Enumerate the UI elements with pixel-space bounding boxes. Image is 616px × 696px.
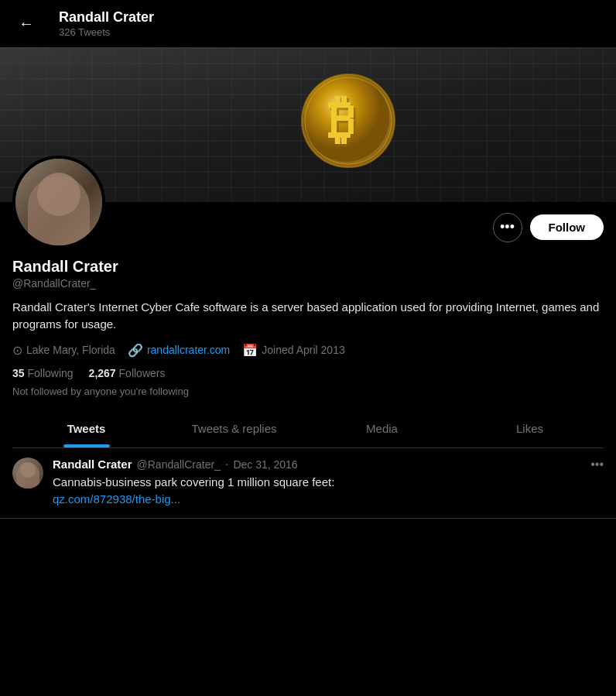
following-count: 35 bbox=[12, 367, 25, 379]
svg-text:₿: ₿ bbox=[328, 90, 354, 149]
joined-text: Joined April 2013 bbox=[262, 344, 344, 356]
profile-stats: 35 Following 2,267 Followers bbox=[12, 367, 604, 379]
profile-tabs: Tweets Tweets & replies Media Likes bbox=[12, 410, 604, 448]
tweet-author-handle: @RandallCrater_ bbox=[137, 458, 221, 471]
tweet-link[interactable]: qz.com/872938/the-big... bbox=[53, 492, 180, 506]
tweet-more-button[interactable]: ••• bbox=[590, 458, 604, 471]
tweet-date: Dec 31, 2016 bbox=[233, 458, 297, 471]
followers-label: Followers bbox=[119, 367, 166, 379]
calendar-icon: 📅 bbox=[242, 343, 258, 358]
header-tweet-count: 326 Tweets bbox=[59, 26, 154, 38]
tab-likes[interactable]: Likes bbox=[456, 410, 604, 447]
tweet-author-name: Randall Crater bbox=[53, 458, 132, 471]
more-options-button[interactable]: ••• bbox=[493, 213, 522, 242]
tab-tweets[interactable]: Tweets bbox=[12, 410, 160, 447]
bitcoin-coin-image: ₿ ₿ bbox=[298, 70, 399, 171]
back-button[interactable]: ← bbox=[12, 9, 40, 37]
location-icon: ⊙ bbox=[12, 343, 22, 358]
profile-website[interactable]: 🔗 randallcrater.com bbox=[128, 343, 230, 358]
tweet-body: Randall Crater @RandallCrater_ · Dec 31,… bbox=[53, 458, 604, 509]
tweet-author-info: Randall Crater @RandallCrater_ · Dec 31,… bbox=[53, 458, 298, 471]
not-followed-notice: Not followed by anyone you're following bbox=[12, 386, 604, 397]
location-text: Lake Mary, Florida bbox=[26, 344, 115, 356]
profile-section: ••• Follow Randall Crater @RandallCrater… bbox=[0, 202, 616, 448]
profile-location: ⊙ Lake Mary, Florida bbox=[12, 343, 115, 358]
followers-stat[interactable]: 2,267 Followers bbox=[89, 367, 166, 379]
header-text: Randall Crater 326 Tweets bbox=[59, 9, 154, 38]
header: ← Randall Crater 326 Tweets bbox=[0, 0, 616, 47]
profile-handle: @RandallCrater_ bbox=[12, 277, 604, 290]
profile-top-row: ••• Follow bbox=[12, 202, 604, 249]
tab-tweets-replies[interactable]: Tweets & replies bbox=[160, 410, 308, 447]
website-link[interactable]: randallcrater.com bbox=[147, 344, 230, 356]
tweet-item: Randall Crater @RandallCrater_ · Dec 31,… bbox=[0, 448, 616, 519]
following-label: Following bbox=[27, 367, 73, 379]
profile-actions: ••• Follow bbox=[493, 213, 604, 249]
tweet-header: Randall Crater @RandallCrater_ · Dec 31,… bbox=[53, 458, 604, 471]
followers-count: 2,267 bbox=[89, 367, 116, 379]
avatar-image bbox=[15, 159, 102, 245]
tweet-dot-sep: · bbox=[225, 458, 228, 471]
follow-button[interactable]: Follow bbox=[530, 214, 604, 240]
profile-avatar bbox=[12, 156, 105, 249]
profile-joined: 📅 Joined April 2013 bbox=[242, 343, 344, 358]
profile-display-name: Randall Crater bbox=[12, 258, 604, 276]
profile-bio: Randall Crater's Internet Cyber Cafe sof… bbox=[12, 299, 604, 334]
tweet-author-avatar bbox=[12, 458, 43, 489]
link-icon: 🔗 bbox=[128, 343, 143, 358]
tab-media[interactable]: Media bbox=[308, 410, 456, 447]
following-stat[interactable]: 35 Following bbox=[12, 367, 74, 379]
header-profile-name: Randall Crater bbox=[59, 9, 154, 26]
tweet-text: Cannabis-business park covering 1 millio… bbox=[53, 474, 604, 509]
profile-meta: ⊙ Lake Mary, Florida 🔗 randallcrater.com… bbox=[12, 343, 604, 358]
